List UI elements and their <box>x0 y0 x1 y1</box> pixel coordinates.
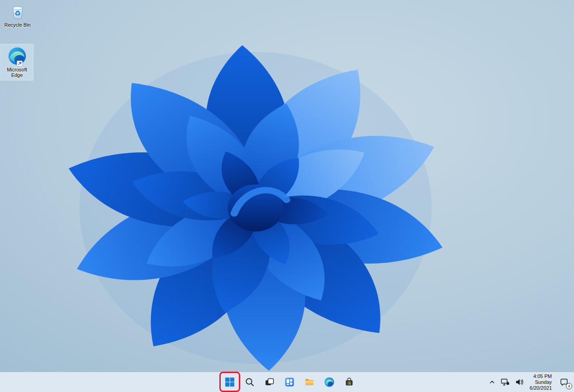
clock-day: Sunday <box>530 379 552 385</box>
system-tray: 4:05 PM Sunday 6/20/2021 4 <box>486 372 573 392</box>
desktop-surface[interactable]: ♻ Recycle Bin <box>0 0 574 372</box>
notification-badge: 4 <box>566 383 572 389</box>
clock[interactable]: 4:05 PM Sunday 6/20/2021 <box>527 373 555 391</box>
widgets-icon <box>285 377 294 387</box>
store-button[interactable] <box>340 373 358 391</box>
shortcut-arrow-icon <box>17 61 23 66</box>
file-explorer-button[interactable] <box>300 373 318 391</box>
clock-date: 6/20/2021 <box>530 385 552 391</box>
recycle-bin-icon: ♻ <box>9 3 27 21</box>
chevron-up-icon <box>489 378 496 386</box>
file-explorer-icon <box>304 377 314 387</box>
wallpaper-bloom-graphic <box>34 32 477 372</box>
taskbar-center-buttons <box>221 373 358 391</box>
network-button[interactable] <box>498 373 512 391</box>
desktop-icon-microsoft-edge[interactable]: Microsoft Edge <box>0 44 33 80</box>
search-button[interactable] <box>241 373 259 391</box>
start-button[interactable] <box>221 373 239 391</box>
clock-time: 4:05 PM <box>530 373 552 379</box>
hidden-icons-chevron-button[interactable] <box>486 373 498 391</box>
taskbar: 4:05 PM Sunday 6/20/2021 4 <box>0 372 574 392</box>
notification-center-button[interactable]: 4 <box>555 373 573 391</box>
widgets-button[interactable] <box>280 373 299 391</box>
desktop-icon-label: Recycle Bin <box>1 22 34 28</box>
desktop-icon-recycle-bin[interactable]: ♻ Recycle Bin <box>1 3 34 28</box>
desktop-icon-label: Microsoft Edge <box>0 67 33 78</box>
network-icon <box>501 378 510 387</box>
task-view-icon <box>265 377 275 387</box>
edge-icon <box>324 377 335 387</box>
store-icon <box>344 377 354 387</box>
edge-button[interactable] <box>320 373 338 391</box>
svg-text:♻: ♻ <box>14 9 20 17</box>
edge-shortcut-art <box>0 46 33 66</box>
task-view-button[interactable] <box>261 373 279 391</box>
volume-icon <box>515 378 524 387</box>
volume-button[interactable] <box>512 373 526 391</box>
windows-start-icon <box>225 377 235 387</box>
search-icon <box>245 377 255 387</box>
